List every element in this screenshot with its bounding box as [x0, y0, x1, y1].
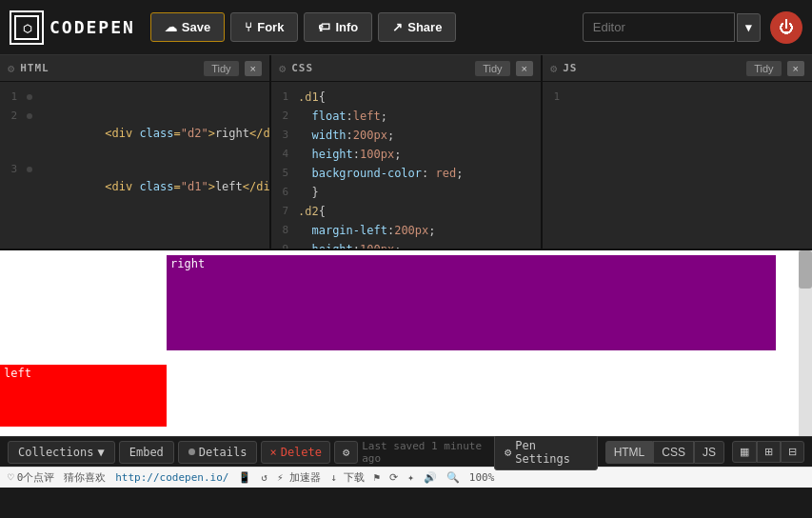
- layout-btn-1[interactable]: ▦: [732, 441, 757, 463]
- save-button[interactable]: ☁ Save: [150, 12, 225, 42]
- search-icon[interactable]: 🔍: [446, 471, 460, 484]
- editor-input[interactable]: [583, 12, 735, 42]
- preview-scrollbar-thumb: [799, 250, 812, 289]
- html-line-3: 3 <div class="d1">left</div>: [0, 160, 269, 213]
- url-display: http://codepen.io/: [115, 471, 228, 484]
- share-icon: ↗: [392, 20, 403, 34]
- html-panel: ⚙ HTML Tidy × 1 2 <div class="d2">right<…: [0, 55, 271, 249]
- preview-scrollbar[interactable]: [799, 250, 812, 436]
- delete-button[interactable]: × Delete: [261, 441, 330, 464]
- info-icon: 🏷: [318, 20, 330, 34]
- share-2-icon[interactable]: ✦: [407, 471, 414, 484]
- html-panel-header: ⚙ HTML Tidy ×: [0, 55, 269, 82]
- logo-text: CODEPEN: [50, 17, 135, 37]
- collections-button[interactable]: Collections ▼: [8, 441, 115, 464]
- embed-button[interactable]: Embed: [119, 441, 174, 464]
- css-line-9: 9 height:100px;: [271, 240, 541, 249]
- header: ⬡ CODEPEN ☁ Save ⑂ Fork 🏷 Info ↗ Share ▼…: [0, 0, 812, 55]
- html-editor-content[interactable]: 1 2 <div class="d2">right</div> 3 <div c…: [0, 82, 269, 249]
- js-editor-content[interactable]: 1: [543, 82, 812, 249]
- layout-btn-3[interactable]: ⊟: [781, 441, 804, 463]
- statusbar: ♡ 0个点评 猜你喜欢 http://codepen.io/ 📱 ↺ ⚡ 加速器…: [0, 467, 812, 488]
- js-panel: ⚙ JS Tidy × 1: [543, 55, 812, 249]
- line-dot: [27, 113, 32, 119]
- power-button[interactable]: ⏻: [770, 11, 802, 44]
- more-button[interactable]: ⚙: [334, 441, 358, 464]
- save-status: Last saved 1 minute ago: [362, 440, 490, 465]
- details-button[interactable]: Details: [178, 441, 258, 464]
- volume-icon[interactable]: 🔊: [424, 471, 437, 484]
- delete-label: Delete: [281, 446, 322, 459]
- preview-area: right left: [0, 250, 812, 436]
- info-button[interactable]: 🏷 Info: [304, 12, 372, 42]
- svg-text:⬡: ⬡: [23, 23, 32, 35]
- css-line-2: 2 float:left;: [271, 107, 541, 126]
- css-panel: ⚙ CSS Tidy × 1 .d1{ 2 float:left; 3 widt…: [271, 55, 543, 249]
- css-line-5: 5 background-color: red;: [271, 164, 541, 183]
- editors-area: ⚙ HTML Tidy × 1 2 <div class="d2">right<…: [0, 55, 812, 250]
- guess-label[interactable]: 猜你喜欢: [64, 470, 106, 485]
- html-gear-icon[interactable]: ⚙: [8, 62, 14, 75]
- js-tidy-button[interactable]: Tidy: [746, 61, 781, 76]
- heart-icon: ♡: [8, 471, 14, 484]
- editor-select-wrap: ▼: [583, 12, 761, 42]
- css-line-1: 1 .d1{: [271, 88, 541, 107]
- zoom-level: 100%: [469, 471, 495, 484]
- css-close-button[interactable]: ×: [516, 61, 533, 76]
- details-dot-icon: [188, 448, 195, 455]
- view-button-group: HTML CSS JS: [605, 441, 724, 464]
- css-line-7: 7 .d2{: [271, 202, 541, 221]
- refresh-icon[interactable]: ↺: [261, 471, 267, 484]
- js-gear-icon[interactable]: ⚙: [550, 62, 557, 75]
- css-line-8: 8 margin-left:200px;: [271, 221, 541, 240]
- collections-label: Collections: [18, 446, 93, 459]
- js-close-button[interactable]: ×: [787, 61, 804, 76]
- editor-dropdown-arrow[interactable]: ▼: [737, 13, 761, 42]
- pen-settings-icon: ⚙: [505, 446, 511, 459]
- js-panel-header: ⚙ JS Tidy ×: [543, 55, 812, 82]
- css-line-3: 3 width:200px;: [271, 126, 541, 145]
- delete-x-icon: ×: [269, 446, 276, 459]
- html-line-1: 1: [0, 88, 269, 107]
- details-label: Details: [199, 446, 248, 459]
- likes-count: ♡ 0个点评: [8, 470, 54, 485]
- css-tidy-button[interactable]: Tidy: [475, 61, 509, 76]
- reload-icon[interactable]: ⟳: [389, 471, 398, 484]
- logo: ⬡ CODEPEN: [10, 10, 135, 45]
- more-icon: ⚙: [343, 446, 349, 459]
- footer: Collections ▼ Embed Details × Delete ⚙ L…: [0, 436, 812, 467]
- css-panel-title: CSS: [291, 62, 469, 74]
- download-label[interactable]: ↓ 下载: [330, 470, 364, 485]
- preview-d1-text: left: [4, 367, 31, 380]
- embed-label: Embed: [129, 446, 164, 459]
- html-line-2: 2 <div class="d2">right</div>: [0, 107, 269, 160]
- view-html-button[interactable]: HTML: [605, 441, 654, 464]
- pen-settings-label: Pen Settings: [515, 439, 586, 466]
- html-tidy-button[interactable]: Tidy: [204, 61, 238, 76]
- accelerator-label[interactable]: ⚡ 加速器: [277, 470, 321, 485]
- preview-content: right left: [0, 250, 812, 436]
- pen-settings-button[interactable]: ⚙ Pen Settings: [494, 434, 598, 470]
- cloud-icon: ☁: [165, 20, 177, 34]
- layout-btn-2[interactable]: ⊞: [757, 441, 781, 463]
- html-close-button[interactable]: ×: [245, 61, 262, 76]
- logo-icon: ⬡: [10, 10, 44, 45]
- css-gear-icon[interactable]: ⚙: [279, 62, 286, 75]
- line-dot: [27, 94, 32, 100]
- js-line-1: 1: [543, 88, 812, 107]
- mobile-icon[interactable]: 📱: [238, 471, 251, 484]
- view-js-button[interactable]: JS: [694, 441, 724, 464]
- js-panel-title: JS: [563, 62, 741, 74]
- collections-arrow-icon: ▼: [97, 446, 104, 459]
- css-editor-content[interactable]: 1 .d1{ 2 float:left; 3 width:200px; 4 he…: [271, 82, 541, 249]
- preview-d2: right: [167, 255, 776, 350]
- preview-d1: left: [0, 365, 167, 427]
- share-button[interactable]: ↗ Share: [378, 12, 456, 42]
- fork-button[interactable]: ⑂ Fork: [230, 12, 298, 42]
- fork-icon: ⑂: [245, 20, 252, 34]
- css-panel-header: ⚙ CSS Tidy ×: [271, 55, 541, 82]
- view-css-button[interactable]: CSS: [653, 441, 694, 464]
- flag-icon[interactable]: ⚑: [374, 471, 381, 484]
- line-dot: [27, 167, 32, 172]
- css-line-6: 6 }: [271, 183, 541, 202]
